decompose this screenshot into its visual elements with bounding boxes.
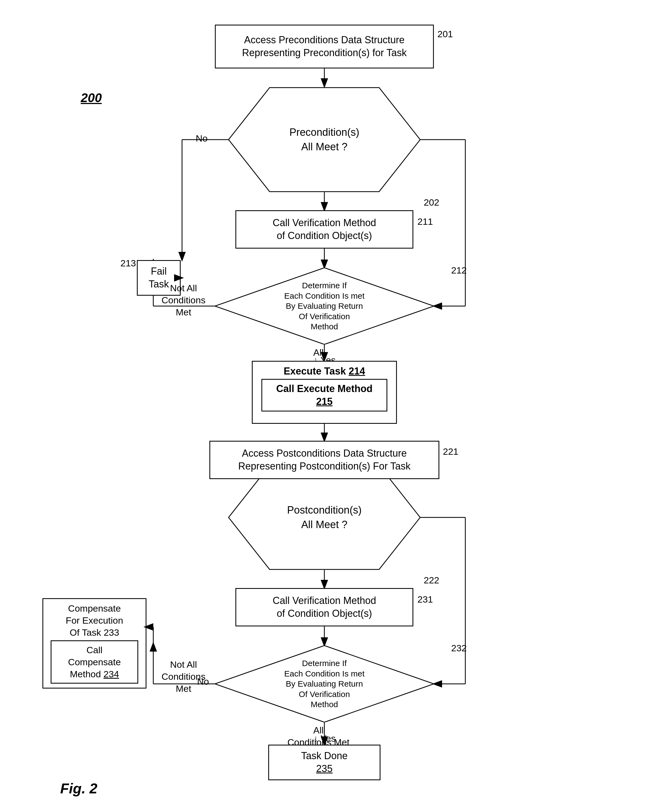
hex-postconditions: Postcondition(s)All Meet ? — [229, 466, 420, 569]
label-not-all-upper: Not AllConditionsMet — [162, 282, 206, 318]
label-200: 200 — [81, 90, 102, 105]
ref-211: 211 — [417, 216, 433, 227]
node-201: Access Preconditions Data Structure Repr… — [215, 24, 434, 69]
node-211: Call Verification Method of Condition Ob… — [235, 210, 413, 249]
diamond-212: Determine IfEach Condition Is metBy Eval… — [215, 268, 434, 344]
label-yes-lower: ↓ Yes — [313, 733, 336, 744]
node-231: Call Verification Method of Condition Ob… — [235, 588, 413, 626]
node-235: Task Done 235 — [268, 745, 380, 780]
ref-231: 231 — [417, 594, 433, 605]
diamond-232: Determine IfEach Condition Is metBy Eval… — [215, 646, 434, 722]
ref-221: 221 — [443, 446, 458, 457]
ref-201: 201 — [437, 29, 453, 40]
fig-label: Fig. 2 — [60, 780, 98, 797]
ref-222: 222 — [424, 575, 439, 586]
diagram-container: Access Preconditions Data Structure Repr… — [0, 0, 649, 812]
node-214-outer: Execute Task 214 Call Execute Method 215 — [252, 361, 397, 424]
ref-202: 202 — [424, 197, 439, 208]
ref-213: 213 — [121, 258, 136, 269]
label-no-lower: No — [197, 676, 209, 687]
hex-preconditions: Precondition(s)All Meet ? — [229, 88, 420, 192]
node-233-outer: CompensateFor ExecutionOf Task 233 CallC… — [43, 598, 147, 688]
label-no-upper: No — [196, 133, 208, 144]
